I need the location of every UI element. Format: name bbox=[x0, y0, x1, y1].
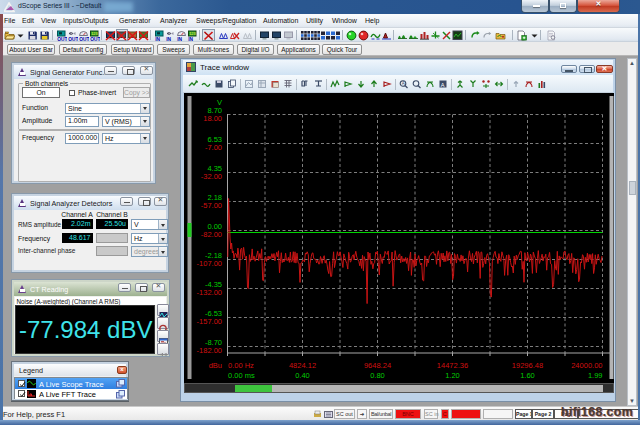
svg-text:0.40: 0.40 bbox=[295, 371, 310, 380]
svg-text:0.00 Hz: 0.00 Hz bbox=[228, 361, 254, 370]
svg-text:IN: IN bbox=[177, 36, 182, 40]
svg-text:dBu: dBu bbox=[209, 361, 222, 370]
svg-text:1.60: 1.60 bbox=[520, 371, 535, 380]
svg-text:123: 123 bbox=[91, 32, 97, 36]
svg-text:14472.36: 14472.36 bbox=[437, 361, 468, 370]
svg-text:0.00 ms: 0.00 ms bbox=[228, 371, 255, 380]
svg-text:-32.00: -32.00 bbox=[201, 172, 222, 181]
svg-text:IN: IN bbox=[166, 36, 171, 40]
svg-text:-157.00: -157.00 bbox=[197, 317, 222, 326]
svg-text:0.80: 0.80 bbox=[370, 371, 385, 380]
svg-text:OUT: OUT bbox=[68, 36, 78, 40]
svg-text:-182.00: -182.00 bbox=[197, 346, 222, 355]
svg-text:A: A bbox=[402, 81, 405, 86]
svg-text:1.20: 1.20 bbox=[445, 371, 460, 380]
svg-text:OUT: OUT bbox=[79, 36, 89, 40]
svg-text:18.00: 18.00 bbox=[203, 114, 222, 123]
svg-text:19296.48: 19296.48 bbox=[512, 361, 543, 370]
svg-text:-107.00: -107.00 bbox=[197, 259, 222, 268]
svg-text:24000.00: 24000.00 bbox=[571, 361, 602, 370]
svg-text:IN: IN bbox=[188, 36, 193, 40]
svg-text:-57.00: -57.00 bbox=[201, 201, 222, 210]
svg-text:9648.24: 9648.24 bbox=[364, 361, 391, 370]
svg-text:123: 123 bbox=[189, 32, 195, 36]
svg-text:-82.00: -82.00 bbox=[201, 230, 222, 239]
svg-text:OUT: OUT bbox=[57, 36, 67, 40]
svg-text:A: A bbox=[441, 82, 445, 88]
svg-text:-7.00: -7.00 bbox=[205, 143, 222, 152]
svg-text:IN: IN bbox=[155, 36, 160, 40]
svg-text:OUT: OUT bbox=[90, 36, 100, 40]
svg-text:1.99: 1.99 bbox=[588, 371, 603, 380]
svg-text:-132.00: -132.00 bbox=[197, 288, 222, 297]
svg-text:4824.12: 4824.12 bbox=[289, 361, 316, 370]
